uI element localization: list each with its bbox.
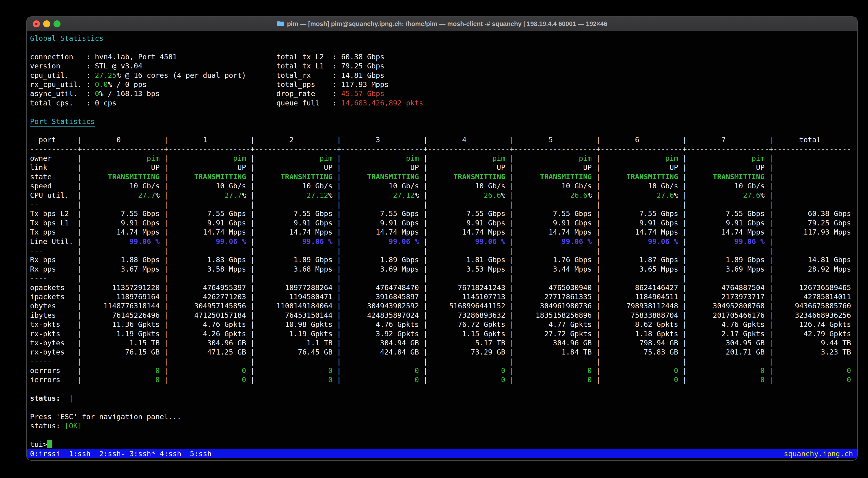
port-table-row: tx-bytes | 1.15 TB | 304.96 GB | 1.1 TB …: [30, 338, 857, 347]
port-table-row: ---- | | | | | | | | |: [30, 274, 857, 283]
desktop: pim — [mosh] pim@squanchy.ipng.ch: /home…: [0, 0, 868, 478]
port-table-row: ipackets | 1189769164 | 4262771203 | 119…: [30, 292, 857, 301]
close-button[interactable]: [33, 21, 40, 27]
status-ok: status: [OK]: [30, 421, 857, 431]
port-table-row: rx-bytes | 76.15 GB | 471.25 GB | 76.45 …: [30, 347, 857, 356]
port-table-row: oerrors | 0 | 0 | 0 | 0 | 0 | 0 | 0 | 0 …: [30, 366, 857, 375]
global-stats-row: version : STL @ v3.04 total_tx_L1 : 79.2…: [30, 61, 857, 71]
screen-status-bar: 0:irssi 1:ssh 2:ssh- 3:ssh* 4:ssh 5:sshs…: [27, 449, 857, 458]
port-table-row: opackets | 11357291220 | 4764955397 | 10…: [30, 283, 857, 292]
window-title-text: pim — [mosh] pim@squanchy.ipng.ch: /home…: [287, 21, 607, 28]
status-spinner: status: |: [30, 394, 857, 403]
global-stats-row: async_util. : 0% / 168.13 bps drop_rate …: [30, 89, 857, 98]
terminal-window[interactable]: pim — [mosh] pim@squanchy.ipng.ch: /home…: [26, 16, 858, 460]
terminal-line: [30, 108, 857, 117]
window-title: pim — [mosh] pim@squanchy.ipng.ch: /home…: [277, 20, 607, 28]
terminal-screen[interactable]: Global Statisticsconnection : hvn4.lab, …: [27, 32, 857, 460]
folder-icon: [277, 20, 285, 28]
minimize-button[interactable]: [43, 21, 50, 27]
port-table-row: ibytes | 76145226496 | 471250157184 | 76…: [30, 311, 857, 320]
screen-window-list: 0:irssi 1:ssh 2:ssh- 3:ssh* 4:ssh 5:ssh: [30, 449, 212, 458]
global-stats-row: connection : hvn4.lab, Port 4501 total_t…: [30, 52, 857, 61]
terminal-line: [30, 43, 857, 52]
port-table-row: Tx bps L1 | 9.91 Gbps | 9.91 Gbps | 9.91…: [30, 218, 857, 228]
port-table-row: ----- | | | | | | | | |: [30, 357, 857, 366]
port-stats-heading: Port Statistics: [30, 117, 857, 126]
port-table-separator: -----------+-------------------+--------…: [30, 144, 857, 154]
port-table-row: -- | | | | | | | | |: [30, 200, 857, 209]
titlebar[interactable]: pim — [mosh] pim@squanchy.ipng.ch: /home…: [27, 17, 857, 31]
port-table-row: obytes | 1148776318144 | 304957145856 | …: [30, 301, 857, 310]
port-table-header: port | 0 | 1 | 2 | 3 | 4 | 5 | 6 | 7 | t…: [30, 135, 857, 144]
port-table-row: Tx bps L2 | 7.55 Gbps | 7.55 Gbps | 7.55…: [30, 209, 857, 218]
port-table-row: state | TRANSMITTING | TRANSMITTING | TR…: [30, 172, 857, 181]
global-stats-row: rx_cpu_util. : 0.0% / 0 pps total_pps : …: [30, 80, 857, 89]
port-table-row: Tx pps | 14.74 Mpps | 14.74 Mpps | 14.74…: [30, 228, 857, 237]
tui-prompt: tui>: [30, 440, 857, 449]
global-stats-heading: Global Statistics: [30, 34, 857, 43]
port-table-row: owner | pim | pim | pim | pim | pim | pi…: [30, 154, 857, 163]
global-stats-row: cpu_util. : 27.25% @ 16 cores (4 per dua…: [30, 71, 857, 80]
port-table-row: CPU util. | 27.7% | 27.7% | 27.12% | 27.…: [30, 191, 857, 200]
port-table-row: tx-pkts | 11.36 Gpkts | 4.76 Gpkts | 10.…: [30, 320, 857, 329]
traffic-lights: [33, 17, 61, 31]
terminal-cursor: [48, 440, 52, 448]
port-table-row: --- | | | | | | | | |: [30, 246, 857, 255]
port-table-row: ierrors | 0 | 0 | 0 | 0 | 0 | 0 | 0 | 0 …: [30, 375, 857, 384]
screen-hostname: squanchy.ipng.ch: [784, 449, 853, 458]
port-table-row: Rx pps | 3.67 Mpps | 3.58 Mpps | 3.68 Mp…: [30, 265, 857, 274]
terminal-line: [30, 403, 857, 412]
terminal-line: [30, 431, 857, 440]
port-table-row: link | UP | UP | UP | UP | UP | UP | UP …: [30, 163, 857, 172]
terminal-line: [30, 384, 857, 394]
port-table-row: Rx bps | 1.88 Gbps | 1.83 Gbps | 1.89 Gb…: [30, 255, 857, 264]
global-stats-row: total_cps. : 0 cps queue_full : 14,683,4…: [30, 98, 857, 108]
zoom-button[interactable]: [54, 21, 61, 27]
port-table-row: rx-pkts | 1.19 Gpkts | 4.26 Gpkts | 1.19…: [30, 329, 857, 338]
terminal-line: [30, 126, 857, 135]
port-table-row: Line Util. | 99.06 % | 99.06 % | 99.06 %…: [30, 237, 857, 246]
port-table-row: speed | 10 Gb/s | 10 Gb/s | 10 Gb/s | 10…: [30, 181, 857, 191]
esc-hint: Press 'ESC' for navigation panel...: [30, 412, 857, 421]
